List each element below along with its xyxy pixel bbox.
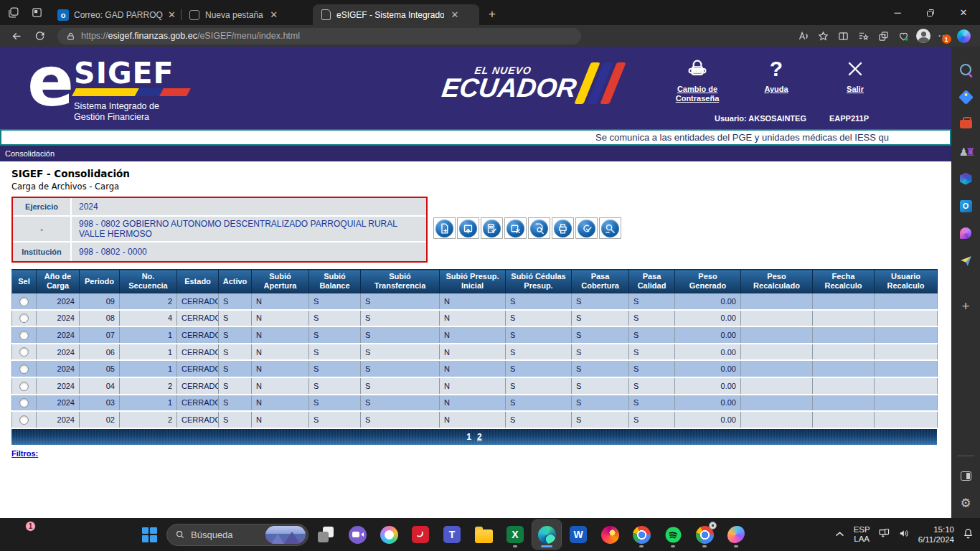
browser-tab[interactable]: Nueva pestaña ✕ bbox=[182, 4, 313, 25]
browser-tab[interactable]: eSIGEF - Sistema Integrado de G ✕ bbox=[313, 4, 479, 25]
copilot-icon[interactable] bbox=[954, 27, 973, 44]
row-select-radio[interactable] bbox=[19, 382, 29, 391]
browser-tab[interactable]: o Correo: GAD PARROQUIAL VALLE ✕ bbox=[50, 4, 182, 25]
taskbar-teams-button[interactable]: T bbox=[438, 520, 466, 549]
sidebar-search-icon[interactable] bbox=[958, 62, 974, 77]
add-to-sidebar-icon[interactable]: + bbox=[958, 298, 974, 314]
table-cell: 2024 bbox=[37, 326, 80, 344]
table-cell: 0.00 bbox=[675, 310, 741, 327]
table-cell bbox=[813, 395, 875, 412]
table-cell: CERRADO bbox=[177, 326, 219, 344]
weather-widget-button[interactable]: 1 bbox=[11, 524, 33, 545]
page-2-link[interactable]: 2 bbox=[477, 432, 482, 442]
taskbar-copilot-button[interactable] bbox=[374, 520, 403, 549]
read-aloud-icon[interactable] bbox=[793, 27, 812, 44]
tab-actions-icon[interactable] bbox=[31, 6, 43, 19]
tab-close-icon[interactable]: ✕ bbox=[449, 9, 461, 21]
start-button[interactable] bbox=[135, 520, 164, 549]
games-icon[interactable]: ♟♜ bbox=[958, 143, 974, 159]
print-button[interactable] bbox=[552, 217, 574, 239]
esigef-logo: e SIGEF Sistema Integrado deGestión Fina… bbox=[27, 54, 189, 123]
new-tab-button[interactable]: + bbox=[482, 4, 502, 24]
close-window-button[interactable]: ✕ bbox=[947, 0, 980, 25]
preview-button[interactable] bbox=[528, 217, 550, 239]
address-bar[interactable]: https://esigef.finanzas.gob.ec/eSIGEF/me… bbox=[57, 28, 581, 44]
tray-overflow-chevron-icon[interactable] bbox=[834, 528, 846, 542]
add-favorite-icon[interactable] bbox=[814, 27, 832, 44]
designer-icon[interactable] bbox=[958, 225, 974, 241]
delete-button[interactable] bbox=[504, 217, 527, 239]
send-mail-icon[interactable] bbox=[958, 253, 974, 268]
customize-sidebar-icon[interactable] bbox=[958, 468, 974, 484]
table-cell: 2 bbox=[120, 293, 177, 310]
restore-button[interactable] bbox=[914, 0, 947, 25]
taskbar-edge-button[interactable] bbox=[532, 520, 561, 549]
browser-titlebar: o Correo: GAD PARROQUIAL VALLE ✕ Nueva p… bbox=[0, 0, 980, 25]
taskbar-chrome-profile-button[interactable] bbox=[690, 520, 719, 549]
approve-button[interactable] bbox=[575, 217, 598, 239]
clock[interactable]: 15:106/11/2024 bbox=[918, 524, 954, 545]
new-record-button[interactable] bbox=[433, 217, 456, 239]
table-cell bbox=[813, 360, 875, 377]
table-cell: S bbox=[309, 377, 361, 395]
tab-close-icon[interactable]: ✕ bbox=[168, 9, 176, 21]
browser-essentials-icon[interactable] bbox=[894, 27, 913, 44]
table-cell: S bbox=[629, 377, 675, 395]
row-select-radio[interactable] bbox=[19, 415, 29, 425]
back-button[interactable] bbox=[7, 27, 26, 44]
more-menu-icon[interactable]: ⋯1 bbox=[934, 27, 953, 44]
shopping-icon[interactable] bbox=[958, 89, 974, 105]
row-select-radio[interactable] bbox=[19, 347, 29, 357]
microsoft-365-icon[interactable] bbox=[958, 171, 974, 187]
table-cell: 07 bbox=[80, 326, 120, 344]
row-select-radio[interactable] bbox=[19, 314, 29, 323]
change-password-link[interactable]: Cambio de Contraseña bbox=[670, 56, 725, 103]
table-cell bbox=[741, 293, 813, 310]
table-cell: S bbox=[361, 377, 440, 395]
taskbar-task-view-button[interactable] bbox=[311, 520, 340, 549]
language-indicator[interactable]: ESPLAA bbox=[854, 525, 870, 544]
settings-icon[interactable]: ⚙ bbox=[958, 495, 974, 511]
tools-icon[interactable] bbox=[958, 116, 974, 132]
taskbar-color-app-button[interactable] bbox=[722, 520, 750, 549]
menu-consolidacion[interactable]: Consolidación bbox=[5, 149, 55, 158]
taskbar-chat-button[interactable] bbox=[343, 520, 372, 549]
minimize-button[interactable]: ─ bbox=[881, 0, 914, 25]
taskbar-chrome-button[interactable] bbox=[627, 520, 656, 549]
outlook-tab-icon: o bbox=[57, 9, 69, 21]
notification-bell-icon[interactable] bbox=[962, 527, 974, 542]
taskbar-file-explorer-button[interactable] bbox=[469, 520, 498, 549]
taskbar-word-button[interactable]: W bbox=[564, 520, 593, 549]
validate-button[interactable] bbox=[481, 217, 503, 239]
exit-link[interactable]: Salir bbox=[828, 56, 882, 103]
taskbar-spotify-button[interactable] bbox=[659, 520, 687, 549]
workspaces-icon[interactable] bbox=[7, 6, 19, 19]
table-cell: N bbox=[252, 344, 309, 361]
row-select-radio[interactable] bbox=[19, 398, 29, 408]
taskbar-search[interactable]: Búsqueda bbox=[166, 524, 308, 546]
table-cell: CERRADO bbox=[177, 310, 219, 327]
row-select-radio[interactable] bbox=[19, 331, 29, 340]
taskbar-firefox-button[interactable] bbox=[595, 520, 624, 549]
network-icon[interactable] bbox=[878, 527, 890, 542]
table-cell: S bbox=[506, 326, 572, 344]
filters-link[interactable]: Filtros: bbox=[11, 449, 38, 458]
collections-icon[interactable] bbox=[874, 27, 892, 44]
tab-close-icon[interactable]: ✕ bbox=[268, 9, 280, 21]
tab-title: eSIGEF - Sistema Integrado de G bbox=[336, 10, 444, 20]
help-link[interactable]: ? Ayuda bbox=[749, 56, 804, 103]
profile-icon[interactable] bbox=[914, 27, 933, 44]
row-select-radio[interactable] bbox=[19, 364, 29, 374]
upload-save-button[interactable] bbox=[457, 217, 479, 239]
taskbar-pdf-viewer-button[interactable] bbox=[406, 520, 435, 549]
marquee-text: Se comunica a las entidades del PGE y un… bbox=[1, 132, 889, 143]
volume-icon[interactable] bbox=[898, 527, 910, 542]
split-screen-icon[interactable] bbox=[834, 27, 852, 44]
outlook-icon[interactable]: O bbox=[958, 198, 974, 214]
table-cell: S bbox=[219, 344, 252, 361]
table-cell: 2024 bbox=[37, 293, 80, 310]
consult-button[interactable] bbox=[599, 217, 621, 239]
row-select-radio[interactable] bbox=[19, 297, 29, 306]
taskbar-excel-button[interactable]: X bbox=[501, 520, 529, 549]
favorites-hub-icon[interactable] bbox=[854, 27, 872, 44]
